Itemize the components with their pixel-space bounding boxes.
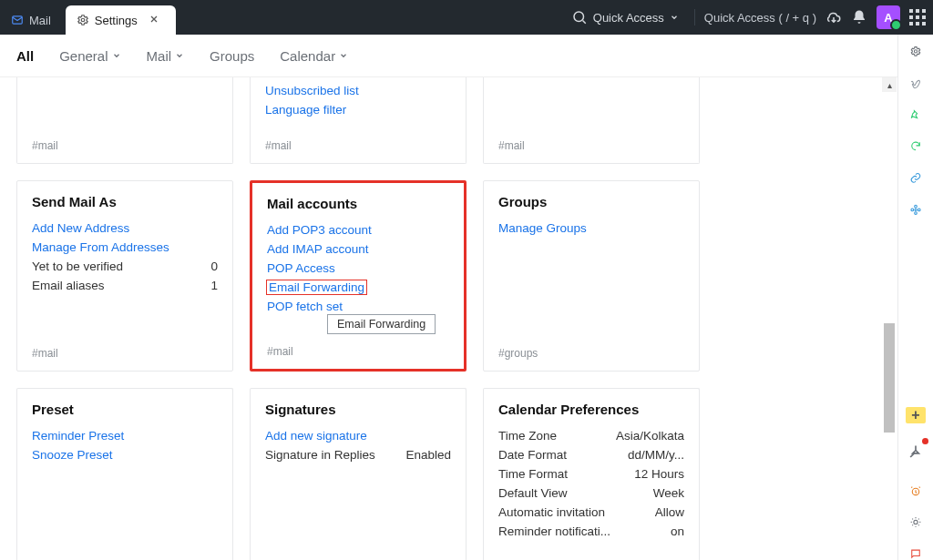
chevron-down-icon bbox=[175, 51, 184, 60]
row-auto-invitation: Automatic invitationAllow bbox=[498, 505, 684, 519]
right-rail: + bbox=[897, 35, 933, 560]
svg-point-3 bbox=[914, 50, 917, 53]
card-title: Mail accounts bbox=[267, 196, 449, 211]
card-tag: #mail bbox=[32, 336, 218, 360]
pin-icon[interactable] bbox=[907, 109, 925, 121]
link-pop-access[interactable]: POP Access bbox=[267, 261, 449, 275]
quick-access-label: Quick Access bbox=[593, 11, 664, 25]
row-signature-replies: Signature in RepliesEnabled bbox=[265, 448, 451, 462]
link-pop-fetch[interactable]: POP fetch set bbox=[267, 300, 449, 313]
card-tag: #mail bbox=[265, 128, 451, 152]
card-partial-left: #mail bbox=[16, 77, 233, 164]
link-add-signature[interactable]: Add new signature bbox=[265, 429, 451, 443]
row-date-format: Date Formatdd/MM/y... bbox=[498, 448, 684, 462]
card-groups: Groups Manage Groups #groups bbox=[483, 180, 700, 372]
link-reminder-preset[interactable]: Reminder Preset bbox=[32, 429, 218, 443]
link-add-imap[interactable]: Add IMAP account bbox=[267, 242, 449, 256]
card-tag: #groups bbox=[498, 336, 684, 360]
link-manage-from-addresses[interactable]: Manage From Addresses bbox=[32, 240, 218, 254]
search-icon bbox=[571, 9, 588, 25]
link-unsubscribed[interactable]: Unsubscribed list bbox=[265, 84, 451, 97]
card-title: Send Mail As bbox=[32, 194, 218, 209]
close-icon[interactable] bbox=[149, 14, 161, 26]
scroll-thumb[interactable] bbox=[884, 323, 895, 433]
pin-red-icon[interactable] bbox=[907, 443, 925, 465]
link-add-new-address[interactable]: Add New Address bbox=[32, 221, 218, 235]
link-snooze-preset[interactable]: Snooze Preset bbox=[32, 448, 218, 462]
category-nav: All General Mail Groups Calendar bbox=[0, 35, 933, 77]
svg-point-7 bbox=[911, 209, 914, 211]
svg-point-2 bbox=[574, 12, 584, 22]
card-title: Preset bbox=[32, 402, 218, 417]
card-calendar-preferences: Calendar Preferences Time ZoneAsia/Kolka… bbox=[483, 388, 700, 560]
alarm-icon[interactable] bbox=[907, 485, 925, 497]
nav-calendar[interactable]: Calendar bbox=[280, 48, 348, 64]
link-icon[interactable] bbox=[907, 172, 925, 184]
tab-mail[interactable]: Mail bbox=[0, 5, 66, 35]
add-note-icon[interactable]: + bbox=[906, 407, 926, 423]
flower-icon[interactable] bbox=[907, 204, 925, 216]
nav-mail[interactable]: Mail bbox=[147, 48, 185, 64]
cloud-download-icon[interactable] bbox=[825, 9, 842, 25]
nav-label: All bbox=[16, 48, 34, 64]
card-tag: #mail bbox=[498, 128, 684, 152]
card-send-mail-as: Send Mail As Add New Address Manage From… bbox=[16, 180, 233, 372]
card-title: Calendar Preferences bbox=[498, 402, 684, 417]
link-add-pop3[interactable]: Add POP3 account bbox=[267, 223, 449, 237]
refresh-icon[interactable] bbox=[907, 140, 925, 152]
card-partial-middle: Unsubscribed list Language filter #mail bbox=[250, 77, 466, 164]
card-partial-right: #mail bbox=[483, 77, 700, 164]
link-language-filter[interactable]: Language filter bbox=[265, 103, 451, 117]
avatar-letter: A bbox=[884, 11, 892, 25]
row-yet-to-verify: Yet to be verified0 bbox=[32, 260, 218, 273]
avatar[interactable]: A bbox=[877, 5, 900, 29]
svg-point-4 bbox=[915, 209, 917, 210]
tab-label: Mail bbox=[29, 14, 51, 27]
card-signatures: Signatures Add new signature Signature i… bbox=[250, 388, 466, 560]
tab-settings[interactable]: Settings bbox=[66, 5, 176, 35]
card-tag: #mail bbox=[32, 128, 218, 152]
tab-label: Settings bbox=[95, 14, 138, 27]
nav-label: Groups bbox=[210, 48, 254, 64]
workspace: #mail Unsubscribed list Language filter … bbox=[0, 77, 897, 560]
svg-point-5 bbox=[915, 205, 918, 208]
nav-all[interactable]: All bbox=[16, 48, 34, 64]
sun-icon[interactable] bbox=[907, 516, 925, 528]
nav-general[interactable]: General bbox=[59, 48, 120, 64]
apps-grid-icon[interactable] bbox=[909, 9, 926, 25]
bell-icon[interactable] bbox=[851, 9, 867, 25]
link-manage-groups[interactable]: Manage Groups bbox=[498, 221, 684, 235]
nav-label: Calendar bbox=[280, 48, 335, 64]
cards-area: #mail Unsubscribed list Language filter … bbox=[0, 77, 897, 560]
scroll-up-arrow[interactable]: ▴ bbox=[882, 77, 897, 92]
card-title: Signatures bbox=[265, 402, 451, 417]
svg-point-1 bbox=[81, 18, 85, 22]
svg-point-6 bbox=[915, 212, 918, 215]
nav-label: General bbox=[59, 48, 108, 64]
chat-icon[interactable] bbox=[907, 548, 925, 560]
vimeo-icon[interactable] bbox=[907, 77, 925, 89]
gear-icon[interactable] bbox=[907, 46, 925, 57]
svg-point-8 bbox=[918, 209, 920, 211]
card-tag: #mail bbox=[267, 334, 449, 358]
titlebar: Mail Settings Quick Access Quick Access … bbox=[0, 0, 933, 35]
mail-icon bbox=[11, 14, 24, 26]
quick-access-dropdown[interactable]: Quick Access bbox=[565, 5, 685, 30]
row-reminder-notif: Reminder notificati...on bbox=[498, 524, 684, 538]
link-email-forwarding[interactable]: Email Forwarding bbox=[267, 280, 366, 294]
row-email-aliases: Email aliases1 bbox=[32, 279, 218, 292]
chevron-down-icon bbox=[339, 51, 348, 60]
card-preset: Preset Reminder Preset Snooze Preset bbox=[16, 388, 233, 560]
row-time-zone: Time ZoneAsia/Kolkata bbox=[498, 429, 684, 443]
nav-groups[interactable]: Groups bbox=[210, 48, 254, 64]
row-time-format: Time Format12 Hours bbox=[498, 467, 684, 481]
chevron-down-icon bbox=[112, 51, 121, 60]
nav-label: Mail bbox=[147, 48, 172, 64]
quick-access-hint: Quick Access ( / + q ) bbox=[704, 11, 816, 25]
tooltip-email-forwarding: Email Forwarding bbox=[327, 314, 436, 334]
scrollbar[interactable]: ▴ bbox=[882, 77, 897, 560]
titlebar-right: Quick Access Quick Access ( / + q ) A bbox=[565, 0, 926, 35]
card-title: Groups bbox=[498, 194, 684, 209]
divider bbox=[694, 9, 695, 25]
svg-point-10 bbox=[914, 521, 918, 524]
